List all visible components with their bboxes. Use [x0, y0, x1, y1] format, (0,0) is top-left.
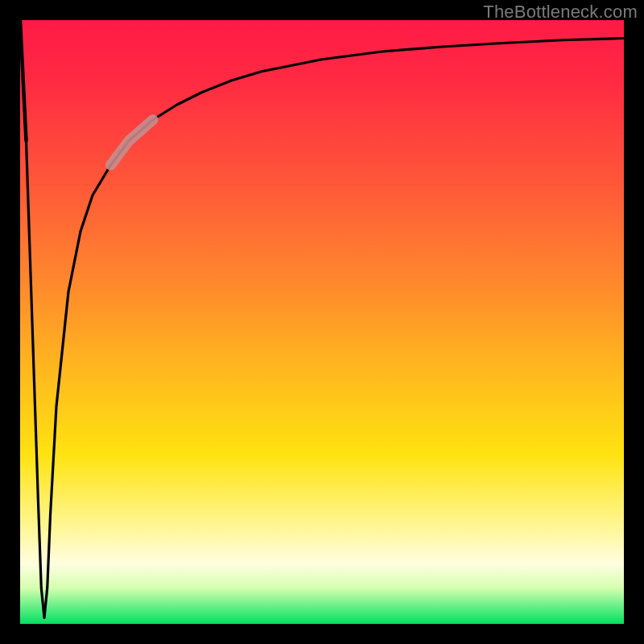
plot-area: [20, 20, 624, 624]
curve-leading-edge: [20, 20, 27, 141]
bottleneck-curve: [20, 20, 624, 618]
curve-highlight: [111, 120, 154, 165]
chart-frame: TheBottleneck.com: [0, 0, 644, 644]
curve-svg: [20, 20, 624, 624]
